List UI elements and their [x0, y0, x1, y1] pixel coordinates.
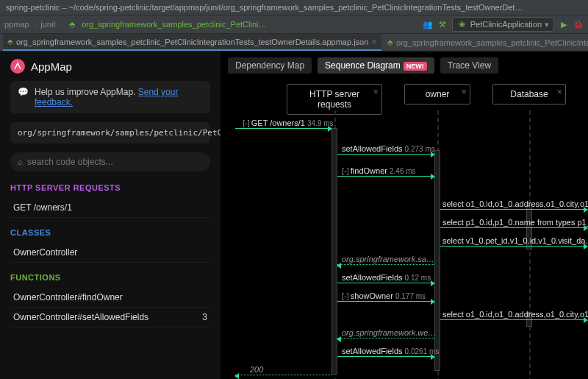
search-input[interactable] — [27, 157, 203, 167]
return-arrow[interactable] — [235, 375, 331, 375]
tab-trace-view[interactable]: Trace View — [440, 57, 498, 74]
call-arrow[interactable] — [337, 176, 434, 177]
appmap-logo-icon — [10, 59, 25, 74]
sidebar-heading-classes: CLASSES — [10, 228, 210, 237]
call-arrow[interactable] — [440, 227, 587, 228]
window-title: spring-petclinic – ~/code/spring-petclin… — [0, 0, 588, 15]
sidebar-item-count: 3 — [202, 312, 207, 322]
sidebar-item-request[interactable]: GET /owners/1 — [10, 198, 210, 218]
call-label: [-]findOwner 2.46 ms — [342, 166, 416, 175]
build-icon[interactable]: ⚒ — [437, 19, 448, 29]
return-label: org.springframework.sa… — [342, 255, 434, 263]
lane-label: owner — [426, 89, 450, 99]
call-arrow[interactable] — [440, 246, 587, 247]
tab-dependency-map[interactable]: Dependency Map — [228, 57, 312, 74]
collapse-toggle[interactable]: [-] — [342, 291, 349, 300]
call-label: setAllowedFields 0.12 ms — [342, 273, 431, 282]
call-arrow[interactable] — [337, 283, 434, 283]
call-label: setAllowedFields 0.0261 ms — [342, 347, 439, 355]
debug-button[interactable]: 🐞 — [573, 19, 584, 29]
chat-icon: 💬 — [18, 87, 29, 107]
spring-icon: ❀ — [457, 19, 467, 29]
return-arrow[interactable] — [337, 264, 434, 265]
appmap-file-icon: ⬘ — [7, 38, 13, 46]
sidebar-item-label: GET /owners/1 — [13, 202, 72, 213]
call-arrow[interactable] — [337, 356, 434, 357]
sidebar-heading-functions: FUNCTIONS — [10, 273, 210, 282]
sidebar-item-function[interactable]: OwnerController#findOwner — [10, 288, 210, 308]
user-icon[interactable]: 👥 — [423, 19, 433, 29]
call-arrow[interactable] — [235, 128, 331, 129]
sidebar-item-class[interactable]: OwnerController — [10, 243, 210, 263]
appmap-file-icon: ⬘ — [67, 19, 77, 29]
close-icon[interactable]: × — [461, 86, 467, 97]
feedback-text: Help us improve AppMap. — [35, 87, 138, 97]
source-link[interactable]: org/springframework/samples/petclinic/Pe… — [10, 122, 210, 144]
sidebar-heading-requests: HTTP SERVER REQUESTS — [10, 183, 210, 192]
new-badge: NEW! — [404, 62, 427, 71]
lane-label: Database — [510, 89, 548, 99]
activation-bar — [434, 150, 440, 371]
call-label: [-]GET /owners/1 34.9 ms — [243, 118, 334, 127]
editor-tab-label: org_springframework_samples_petclinic_Pe… — [16, 38, 368, 46]
call-label: select o1_0.id,o1_0.address,o1_0.city,o1… — [442, 310, 588, 319]
sidebar-item-label: OwnerController#findOwner — [13, 292, 123, 302]
collapse-toggle[interactable]: [-] — [342, 166, 349, 175]
tab-label: Sequence Diagram — [325, 60, 401, 71]
call-label: select p1_0.id,p1_0.name from types p1_… — [442, 218, 588, 227]
search-icon: ⌕ — [18, 157, 23, 167]
diagram-panel: Dependency Map Sequence DiagramNEW! Trac… — [220, 52, 588, 379]
editor-tab-label: org_springframework_samples_petclinic_Pe… — [396, 38, 588, 47]
close-icon[interactable]: × — [371, 36, 377, 47]
editor-tabs: ⬘ org_springframework_samples_petclinic_… — [0, 34, 588, 52]
return-label: org.springframework.we… — [342, 328, 436, 337]
sidebar-item-label: OwnerController#setAllowedFields — [13, 312, 148, 322]
chevron-right-icon: › — [34, 20, 37, 29]
appmap-sidebar: AppMap 💬 Help us improve AppMap. Send yo… — [0, 52, 220, 379]
appmap-brand-label: AppMap — [31, 60, 72, 73]
call-arrow[interactable] — [440, 209, 587, 210]
sidebar-item-function[interactable]: OwnerController#setAllowedFields 3 — [10, 308, 210, 327]
source-path: org/springframework/samples/petclinic/Pe… — [18, 128, 220, 138]
editor-tab[interactable]: ⬘ org_springframework_samples_petclinic_… — [383, 36, 588, 49]
appmap-file-icon: ⬘ — [387, 38, 393, 46]
return-label: 200 — [250, 365, 263, 374]
editor-tab[interactable]: ⬘ org_springframework_samples_petclinic_… — [3, 34, 381, 51]
return-arrow[interactable] — [337, 338, 434, 339]
call-label: select o1_0.id,o1_0.address,o1_0.city,o1… — [442, 199, 588, 208]
appmap-brand: AppMap — [10, 59, 210, 74]
lane-label: HTTP server requests — [309, 89, 359, 110]
call-arrow[interactable] — [440, 319, 587, 320]
close-icon[interactable]: × — [556, 86, 562, 97]
collapse-toggle[interactable]: [-] — [243, 118, 250, 127]
call-label: setAllowedFields 0.273 ms — [342, 144, 435, 153]
breadcrumb-item[interactable]: ppmap — [4, 20, 29, 29]
sequence-diagram[interactable]: HTTP server requests× owner× Database× [… — [220, 84, 588, 379]
breadcrumb-item-active[interactable]: org_springframework_samples_petclinic_Pe… — [82, 20, 266, 29]
lane-header-owner[interactable]: owner× — [404, 84, 470, 105]
call-arrow[interactable] — [337, 154, 434, 155]
chevron-right-icon: › — [60, 20, 63, 29]
breadcrumb-bar: ppmap › junit › ⬘ org_springframework_sa… — [0, 15, 588, 34]
tab-sequence-diagram[interactable]: Sequence DiagramNEW! — [318, 57, 434, 74]
chevron-down-icon: ▾ — [545, 20, 549, 29]
run-button[interactable]: ▶ — [559, 19, 569, 29]
call-label: select v1_0.pet_id,v1_0.id,v1_0.visit_da… — [442, 236, 588, 245]
lane-header-database[interactable]: Database× — [492, 84, 566, 105]
run-config-selector[interactable]: ❀ PetClinicApplication ▾ — [452, 17, 554, 32]
close-icon[interactable]: × — [373, 86, 379, 97]
search-input-wrapper[interactable]: ⌕ — [10, 152, 210, 171]
call-label: [-]showOwner 0.177 ms — [342, 291, 426, 300]
feedback-banner: 💬 Help us improve AppMap. Send your feed… — [10, 81, 210, 113]
sidebar-item-label: OwnerController — [13, 247, 77, 258]
call-arrow[interactable] — [337, 301, 434, 302]
view-tabs: Dependency Map Sequence DiagramNEW! Trac… — [220, 52, 588, 79]
run-config-label: PetClinicApplication — [470, 20, 542, 29]
breadcrumb-item[interactable]: junit — [40, 20, 55, 29]
